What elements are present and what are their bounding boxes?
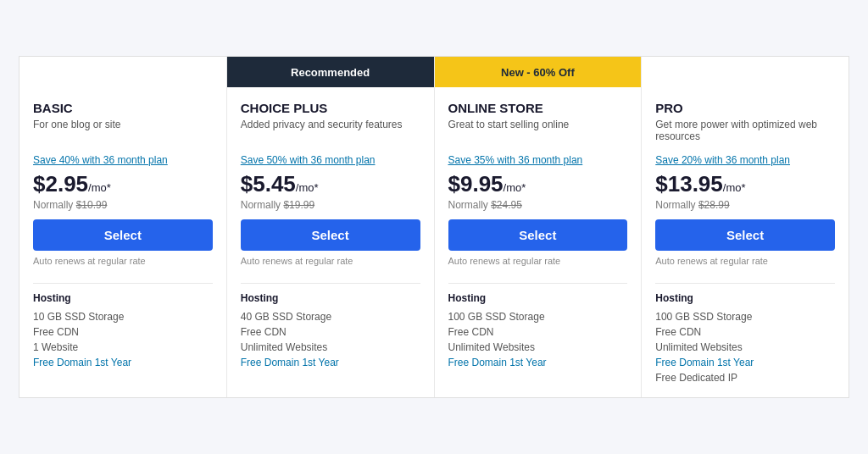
plan-body-choice-plus: CHOICE PLUSAdded privacy and security fe… [227,87,434,382]
save-link-pro[interactable]: Save 20% with 36 month plan [655,154,835,166]
plan-name-choice-plus: CHOICE PLUS [241,101,420,115]
feature-item-basic-2: 1 Website [33,341,213,353]
badge-choice-plus: Recommended [227,57,434,87]
price-normal-online-store: Normally $24.95 [448,199,628,211]
plan-body-online-store: ONLINE STOREGreat to start selling onlin… [435,87,642,382]
select-button-online-store[interactable]: Select [448,219,628,251]
feature-item-online-store-0: 100 GB SSD Storage [448,311,628,323]
plan-desc-basic: For one blog or site [33,119,213,146]
feature-item-basic-3[interactable]: Free Domain 1st Year [33,357,213,368]
feature-item-pro-0: 100 GB SSD Storage [655,311,835,323]
badge-online-store: New - 60% Off [435,57,642,87]
auto-renew-online-store: Auto renews at regular rate [448,256,628,266]
price-normal-pro: Normally $28.99 [655,199,835,211]
divider-choice-plus [241,283,420,284]
feature-item-pro-3[interactable]: Free Domain 1st Year [655,357,835,368]
plan-body-pro: PROGet more power with optimized web res… [642,87,849,397]
hosting-label-basic: Hosting [33,292,213,304]
save-link-basic[interactable]: Save 40% with 36 month plan [33,154,213,166]
auto-renew-basic: Auto renews at regular rate [33,256,213,266]
feature-item-online-store-3[interactable]: Free Domain 1st Year [448,357,628,368]
plan-name-online-store: ONLINE STORE [448,101,628,115]
plan-col-choice-plus: RecommendedCHOICE PLUSAdded privacy and … [227,57,435,397]
hosting-label-choice-plus: Hosting [241,292,420,304]
hosting-label-pro: Hosting [655,292,835,304]
feature-item-choice-plus-0: 40 GB SSD Storage [241,311,420,323]
select-button-pro[interactable]: Select [655,219,835,251]
feature-item-basic-1: Free CDN [33,326,213,338]
price-main-pro: $13.95/mo* [655,171,835,197]
price-normal-choice-plus: Normally $19.99 [241,199,420,211]
feature-item-pro-1: Free CDN [655,326,835,338]
feature-item-choice-plus-1: Free CDN [241,326,420,338]
plan-body-basic: BASICFor one blog or siteSave 40% with 3… [19,87,226,382]
pricing-table: BASICFor one blog or siteSave 40% with 3… [19,56,849,398]
select-button-basic[interactable]: Select [33,219,213,251]
badge-pro [642,57,849,87]
select-button-choice-plus[interactable]: Select [241,219,420,251]
plan-col-online-store: New - 60% OffONLINE STOREGreat to start … [435,57,643,397]
plan-name-basic: BASIC [33,101,213,115]
plan-desc-choice-plus: Added privacy and security features [241,119,420,146]
feature-item-choice-plus-2: Unlimited Websites [241,341,420,353]
plan-name-pro: PRO [655,101,835,115]
price-main-choice-plus: $5.45/mo* [241,171,420,197]
feature-item-online-store-1: Free CDN [448,326,628,338]
price-main-basic: $2.95/mo* [33,171,213,197]
price-main-online-store: $9.95/mo* [448,171,628,197]
plan-desc-online-store: Great to start selling online [448,119,628,146]
feature-item-online-store-2: Unlimited Websites [448,341,628,353]
divider-pro [655,283,835,284]
feature-item-pro-4: Free Dedicated IP [655,372,835,384]
divider-online-store [448,283,628,284]
save-link-choice-plus[interactable]: Save 50% with 36 month plan [241,154,420,166]
auto-renew-pro: Auto renews at regular rate [655,256,835,266]
plan-col-basic: BASICFor one blog or siteSave 40% with 3… [19,57,227,397]
feature-item-basic-0: 10 GB SSD Storage [33,311,213,323]
hosting-label-online-store: Hosting [448,292,628,304]
plan-desc-pro: Get more power with optimized web resour… [655,119,835,146]
feature-item-pro-2: Unlimited Websites [655,341,835,353]
save-link-online-store[interactable]: Save 35% with 36 month plan [448,154,628,166]
badge-basic [19,57,226,87]
auto-renew-choice-plus: Auto renews at regular rate [241,256,420,266]
feature-item-choice-plus-3[interactable]: Free Domain 1st Year [241,357,420,368]
divider-basic [33,283,213,284]
plan-col-pro: PROGet more power with optimized web res… [642,57,849,397]
price-normal-basic: Normally $10.99 [33,199,213,211]
